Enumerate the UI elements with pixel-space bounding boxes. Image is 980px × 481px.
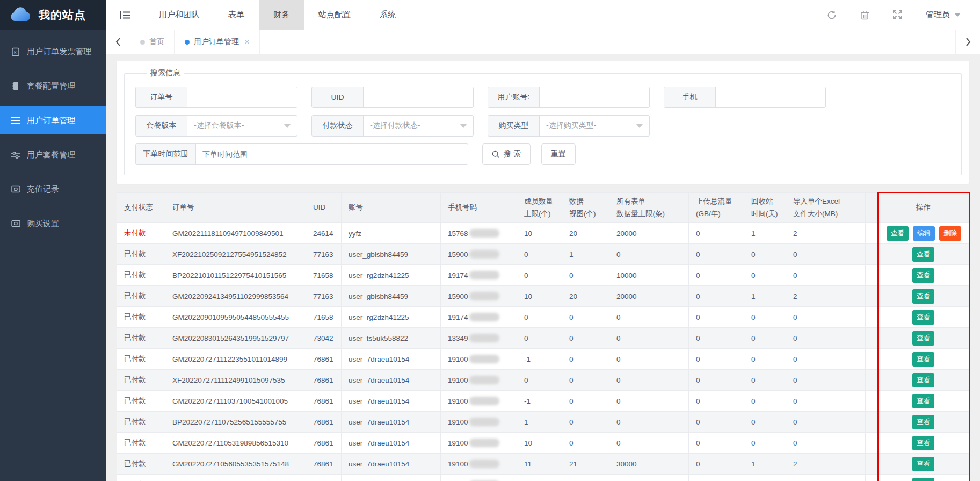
cell-account: user_rg2dzh41225 (342, 265, 441, 286)
view-button[interactable]: 查看 (912, 394, 934, 408)
tabs-scroll-right-icon[interactable] (955, 30, 980, 54)
view-button[interactable]: 查看 (912, 415, 934, 429)
table-row: 已付款XF2022102509212755495152485277163user… (117, 244, 970, 265)
view-button[interactable]: 查看 (912, 457, 934, 471)
col-header-phone: 手机号码 (441, 193, 517, 223)
cell-ops: 查看 (877, 286, 970, 307)
table-row: 已付款BP2022072711075256515555575576861user… (117, 412, 970, 433)
recharge-icon (11, 184, 20, 194)
phone-blurred-segment (469, 439, 499, 447)
pay-status-label: 付款状态 (312, 116, 364, 136)
trash-icon[interactable] (860, 10, 869, 20)
tab-close-icon[interactable]: ✕ (244, 38, 250, 46)
table-row: 已付款GM2022083015264351995152979773042user… (117, 328, 970, 349)
account-field: 用户账号: (488, 87, 650, 108)
sidebar-item-2[interactable]: 用户订单管理 (0, 106, 106, 134)
sidebar-item-4[interactable]: 充值记录 (0, 175, 106, 203)
status-badge: 已付款 (124, 355, 146, 363)
sidebar-item-label: 充值记录 (27, 184, 59, 195)
cell-order: BP20220727104541534951100101 (165, 475, 306, 481)
top-nav-item-1[interactable]: 表单 (214, 0, 259, 30)
table-row: 已付款GM2022092413495110299985356477163user… (117, 286, 970, 307)
chevron-down-icon (284, 124, 291, 128)
top-nav-item-0[interactable]: 用户和团队 (144, 0, 214, 30)
cell-uid: 74479 (306, 475, 342, 481)
delete-button[interactable]: 删除 (939, 226, 961, 241)
admin-menu[interactable]: 管理员 (926, 10, 961, 20)
cell-recycle: 0 (744, 475, 786, 481)
col-header-form_limit: 所有表单数据量上限(条) (609, 193, 689, 223)
top-nav-item-3[interactable]: 站点配置 (304, 0, 365, 30)
cell-order: BP20221010115122975410151565 (165, 265, 306, 286)
cell-uid: 24614 (306, 223, 342, 244)
phone-input[interactable] (716, 87, 825, 107)
refresh-icon[interactable] (827, 10, 837, 20)
cell-ops: 查看编辑删除 (877, 223, 970, 244)
cell-traffic: 0 (689, 349, 744, 370)
top-nav-item-4[interactable]: 系统 (365, 0, 410, 30)
cell-member: 0 (517, 307, 562, 328)
phone-prefix: 19100 (448, 439, 468, 447)
view-button[interactable]: 查看 (912, 310, 934, 325)
package-config-icon (11, 81, 20, 91)
account-input[interactable] (540, 87, 649, 107)
cell-ops: 查看 (877, 454, 970, 475)
view-button[interactable]: 查看 (912, 436, 934, 450)
chevron-down-icon (460, 124, 467, 128)
sidebar-item-5[interactable]: 购买设置 (0, 210, 106, 238)
table-row: 已付款GM2022072711122355101101489976861user… (117, 349, 970, 370)
uid-label: UID (312, 87, 364, 107)
view-button[interactable]: 查看 (912, 331, 934, 346)
cell-account: user_7draeu10154 (342, 370, 441, 391)
view-button[interactable]: 查看 (912, 478, 934, 481)
package-version-select[interactable]: -选择套餐版本- (187, 116, 297, 136)
cell-traffic: 0 (689, 328, 744, 349)
cell-account: user_7draeu10154 (342, 391, 441, 412)
reset-button[interactable]: 重置 (541, 143, 576, 165)
main-content: 搜索信息 订单号 UID 用户账号: 手机 (106, 54, 980, 481)
tab-1[interactable]: 用户订单管理✕ (175, 30, 260, 54)
uid-input[interactable] (364, 87, 473, 107)
view-button[interactable]: 查看 (912, 373, 934, 387)
sidebar-item-0[interactable]: x用户订单发票管理 (0, 38, 106, 66)
cell-member: 1 (517, 475, 562, 481)
status-badge: 已付款 (124, 292, 146, 300)
purchase-type-select[interactable]: -选择购买类型- (540, 116, 649, 136)
cell-order: GM20220727111223551011014899 (165, 349, 306, 370)
cell-account: user_gbisbh84459 (342, 244, 441, 265)
tabbar: 首页用户订单管理✕ (106, 30, 980, 54)
cell-views: 0 (562, 307, 609, 328)
pay-status-select[interactable]: -选择付款状态- (364, 116, 473, 136)
svg-text:x: x (14, 49, 17, 55)
cell-excel: 0 (786, 307, 866, 328)
fullscreen-icon[interactable] (893, 10, 902, 19)
pay-status-field: 付款状态 -选择付款状态- (311, 115, 474, 137)
search-button[interactable]: 搜 索 (482, 143, 531, 165)
sidebar-item-1[interactable]: 套餐配置管理 (0, 72, 106, 100)
tab-0[interactable]: 首页 (130, 30, 175, 54)
order-no-input[interactable] (187, 87, 297, 107)
edit-button[interactable]: 编辑 (913, 226, 935, 241)
cell-clipped (866, 307, 877, 328)
sidebar-item-label: 用户套餐管理 (27, 150, 75, 160)
view-button[interactable]: 查看 (887, 226, 909, 241)
time-range-input[interactable] (196, 144, 468, 164)
top-nav-item-2[interactable]: 财务 (259, 0, 304, 30)
status-badge: 已付款 (124, 376, 146, 384)
view-button[interactable]: 查看 (912, 352, 934, 367)
tabs-scroll-left-icon[interactable] (106, 30, 130, 54)
view-button[interactable]: 查看 (912, 268, 934, 283)
cell-member: 10 (517, 286, 562, 307)
phone-blurred-segment (469, 334, 499, 342)
cell-traffic: 0 (689, 412, 744, 433)
view-button[interactable]: 查看 (912, 247, 934, 262)
cell-form_limit: 30000 (609, 454, 689, 475)
sidebar-item-label: 套餐配置管理 (27, 81, 75, 91)
menu-collapse-icon[interactable] (120, 11, 130, 19)
cell-phone: 19100 (441, 433, 517, 454)
view-button[interactable]: 查看 (912, 289, 934, 304)
cell-member: 10 (517, 433, 562, 454)
sidebar-item-3[interactable]: 用户套餐管理 (0, 141, 106, 169)
cell-order: GM20220830152643519951529797 (165, 328, 306, 349)
cell-form_limit: 0 (609, 349, 689, 370)
